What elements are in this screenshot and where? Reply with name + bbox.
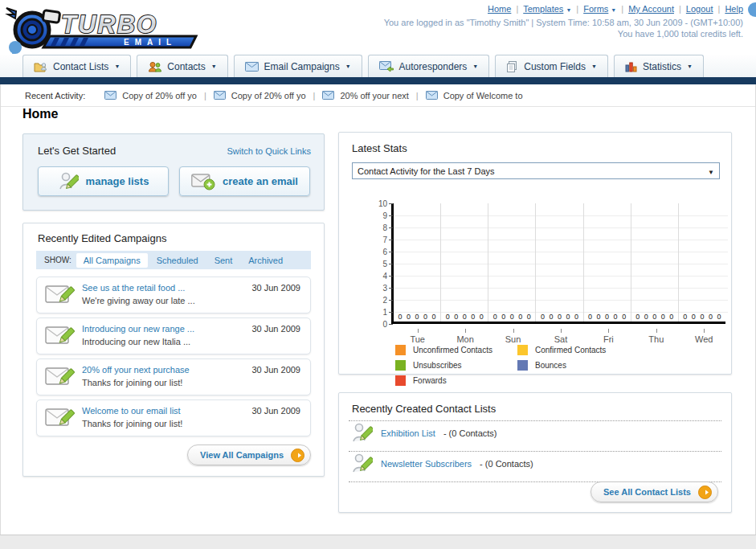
y-tick-mark [389,203,393,204]
legend-label: Unsubscribes [413,361,462,370]
stats-period-value: Contact Activity for the Last 7 Days [358,166,495,176]
recent-activity-item[interactable]: Copy of 20% off yo [214,91,306,100]
legend-item-unsubscribes: Unsubscribes [395,360,517,371]
link-separator: | [718,4,721,14]
y-tick-label: 3 [370,284,387,293]
campaign-title-link[interactable]: 20% off your next purchase [82,365,190,375]
campaign-title-link[interactable]: Welcome to our email list [82,406,181,416]
y-tick-label: 0 [370,320,387,329]
recent-activity-item-label: 20% off your next [340,91,408,100]
value-label: 0 [446,313,450,321]
campaign-date: 30 Jun 2009 [251,283,300,293]
switch-to-quick-links-link[interactable]: Switch to Quick Links [227,146,311,156]
bar-chart-icon [625,61,637,72]
arrow-circle-icon [291,449,304,462]
chevron-down-icon: ▼ [591,64,597,69]
campaign-title-link[interactable]: See us at the retail food ... [82,283,185,293]
create-an-email-button[interactable]: create an email [179,166,310,196]
item-separator: | [204,91,206,100]
value-label: 0 [614,313,618,321]
chevron-down-icon: ▼ [345,64,351,69]
campaign-card[interactable]: See us at the retail food ...We're givin… [36,277,311,313]
filter-tab-sent[interactable]: Sent [207,253,240,268]
page-title: Home [22,107,58,121]
chevron-down-icon: ▼ [114,64,120,69]
chart-group-sat: 00000 [536,203,583,322]
campaign-subtitle: Introducing our new Italia ... [82,337,190,346]
chart-group-fri: 00000 [584,203,631,322]
stats-period-select[interactable]: Contact Activity for the Last 7 Days ▼ [352,162,720,179]
legend-swatch [395,375,406,386]
nav-tab-label: Statistics [643,61,681,72]
y-tick-mark [389,240,393,240]
recent-activity-item[interactable]: Copy of Welcome to [426,91,523,100]
link-separator: | [576,4,578,14]
contact-list-item[interactable]: Exhibition List- (0 Contacts) [352,421,718,445]
get-started-heading: Let's Get Started [38,145,116,157]
filter-tab-archived[interactable]: Archived [241,253,290,268]
recent-activity-item[interactable]: 20% off your next [322,91,408,100]
manage-lists-button[interactable]: manage lists [38,166,169,196]
see-all-contact-lists-label: See All Contact Lists [603,487,691,497]
chevron-down-icon: ▼ [566,7,571,13]
nav-tab-contacts[interactable]: Contacts▼ [137,55,227,77]
filter-tab-scheduled[interactable]: Scheduled [149,253,206,268]
button-label: manage lists [86,175,149,187]
header-link-help[interactable]: Help [725,4,743,14]
contact-list-link[interactable]: Newsletter Subscribers [381,459,472,469]
y-tick-mark [389,215,393,216]
header-link-logout[interactable]: Logout [686,4,713,14]
value-label: 0 [692,313,696,321]
value-label: 0 [527,313,531,321]
value-label: 0 [652,313,656,321]
header-link-forms[interactable]: Forms [583,4,608,14]
header-link-home[interactable]: Home [488,4,511,14]
campaign-card[interactable]: Introducing our new range ...Introducing… [36,318,311,354]
header-link-templates[interactable]: Templates [523,4,563,14]
nav-tab-contact-lists[interactable]: Contact Lists▼ [22,55,131,77]
user-pencil-icon [58,171,79,192]
value-label: 0 [407,313,411,321]
campaign-card[interactable]: 20% off your next purchaseThanks for joi… [36,358,311,395]
campaign-title-link[interactable]: Introducing our new range ... [82,324,194,334]
legend-swatch [395,360,406,371]
nav-tab-autoresponders[interactable]: Autoresponders▼ [368,55,490,77]
view-all-campaigns-button[interactable]: View All Campaigns [187,445,311,465]
legend-label: Bounces [535,361,566,370]
nav-tab-custom-fields[interactable]: Custom Fields▼ [495,55,608,77]
value-label: 0 [709,313,713,321]
value-label: 0 [605,313,609,321]
filter-tab-all-campaigns[interactable]: All Campaigns [76,253,148,268]
nav-tab-email-campaigns[interactable]: Email Campaigns▼ [234,55,362,77]
campaigns-filter-bar: SHOW: All CampaignsScheduledSentArchived [36,251,311,269]
see-all-contact-lists-button[interactable]: See All Contact Lists [590,481,718,502]
folder-user-icon [34,61,47,72]
value-label: 0 [501,313,505,321]
envelope-icon [245,62,259,72]
campaign-card[interactable]: Welcome to our email listThanks for join… [36,399,311,436]
contact-list-link[interactable]: Exhibition List [381,428,435,438]
recent-activity-items: Copy of 20% off yo|Copy of 20% off yo|20… [104,91,522,100]
y-tick-label: 5 [370,260,387,268]
main-nav-tabs: Contact Lists▼Contacts▼Email Campaigns▼A… [22,55,704,77]
y-tick-mark [389,252,393,252]
recent-activity-item[interactable]: Copy of 20% off yo [104,91,197,100]
chart-legend: Unconfirmed ContactsConfirmed ContactsUn… [395,345,733,391]
value-label: 0 [510,313,514,321]
contact-list-item[interactable]: Newsletter Subscribers- (0 Contacts) [352,452,718,476]
legend-item-forwards: Forwards [395,375,517,386]
header-link-my-account[interactable]: My Account [628,4,674,14]
nav-tab-label: Custom Fields [524,61,586,72]
value-label: 0 [423,313,427,321]
value-label: 0 [683,313,687,321]
legend-item-unconfirmed-contacts: Unconfirmed Contacts [395,345,517,355]
latest-stats-panel: Latest Stats Contact Activity for the La… [338,132,732,375]
y-tick-label: 2 [370,296,387,305]
turbo-email-logo[interactable]: TURBO EMAIL [5,3,206,51]
nav-divider-bar [0,77,756,84]
chart-group-wed: 00000 [679,203,725,322]
value-label: 0 [622,313,626,321]
campaign-subtitle: Thanks for joining our list! [82,378,182,387]
nav-tab-statistics[interactable]: Statistics▼ [614,55,704,77]
credits-info: You have 1,000 total credits left. [618,29,743,39]
